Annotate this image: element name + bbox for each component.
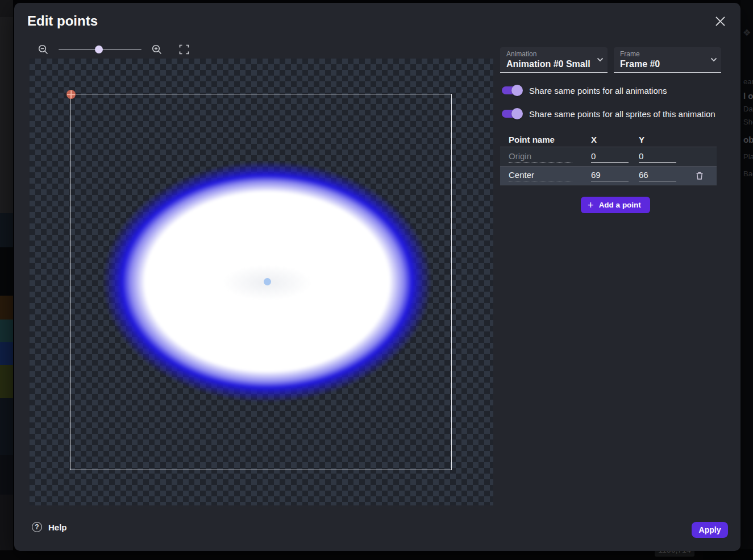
toggle-share-points-all-animations: Share same points for all animations: [500, 85, 731, 96]
animation-select-value: Animation #0 Small S: [506, 59, 593, 69]
dialog-title: Edit points: [27, 13, 98, 29]
origin-name-input[interactable]: [509, 151, 572, 163]
frame-select-label: Frame: [620, 50, 640, 58]
zoom-slider[interactable]: [59, 42, 142, 57]
header-point-name: Point name: [500, 135, 591, 144]
close-icon[interactable]: [712, 13, 728, 29]
zoom-toolbar: [36, 42, 192, 57]
points-table: Point name X Y: [500, 132, 717, 185]
origin-y-input[interactable]: [639, 151, 676, 163]
apply-button[interactable]: Apply: [692, 522, 728, 538]
trash-icon[interactable]: [692, 168, 707, 183]
frame-select-value: Frame #0: [620, 59, 706, 69]
chevron-down-icon: [710, 56, 718, 66]
sprite-points-canvas[interactable]: [30, 59, 493, 505]
table-row-center[interactable]: [500, 166, 717, 185]
share-all-animations-toggle[interactable]: [502, 86, 521, 94]
table-row-origin[interactable]: [500, 147, 717, 166]
help-label: Help: [48, 522, 67, 532]
origin-point-handle[interactable]: [66, 90, 76, 99]
frame-select[interactable]: Frame Frame #0: [614, 47, 721, 73]
zoom-in-icon[interactable]: [149, 42, 164, 57]
add-point-label: Add a point: [599, 201, 641, 209]
header-y: Y: [639, 135, 687, 144]
center-name-input[interactable]: [509, 170, 572, 181]
center-point-handle[interactable]: [264, 278, 271, 285]
toggle-label: Share same points for all animations: [529, 86, 667, 96]
zoom-out-icon[interactable]: [36, 42, 51, 57]
animation-select[interactable]: Animation Animation #0 Small S: [500, 47, 608, 73]
help-icon: ?: [32, 522, 42, 532]
points-settings-panel: Animation Animation #0 Small S Frame Fra…: [500, 47, 731, 213]
header-x: X: [591, 135, 639, 144]
plus-icon: +: [588, 200, 594, 210]
share-all-sprites-toggle[interactable]: [502, 110, 521, 118]
center-x-input[interactable]: [591, 170, 629, 181]
animation-select-label: Animation: [506, 50, 536, 58]
points-table-header: Point name X Y: [500, 132, 717, 147]
toggle-label: Share same points for all sprites of thi…: [529, 109, 715, 119]
edit-points-dialog: Edit points: [14, 3, 740, 551]
add-point-button[interactable]: + Add a point: [581, 197, 650, 213]
chevron-down-icon: [596, 56, 604, 66]
help-button[interactable]: ? Help: [32, 522, 67, 532]
center-y-input[interactable]: [639, 170, 676, 181]
sprite-bounding-box: [70, 94, 452, 470]
fit-to-content-icon[interactable]: [177, 42, 192, 57]
toggle-share-points-all-sprites: Share same points for all sprites of thi…: [500, 108, 731, 119]
zoom-slider-thumb[interactable]: [95, 45, 103, 53]
origin-x-input[interactable]: [591, 151, 629, 163]
